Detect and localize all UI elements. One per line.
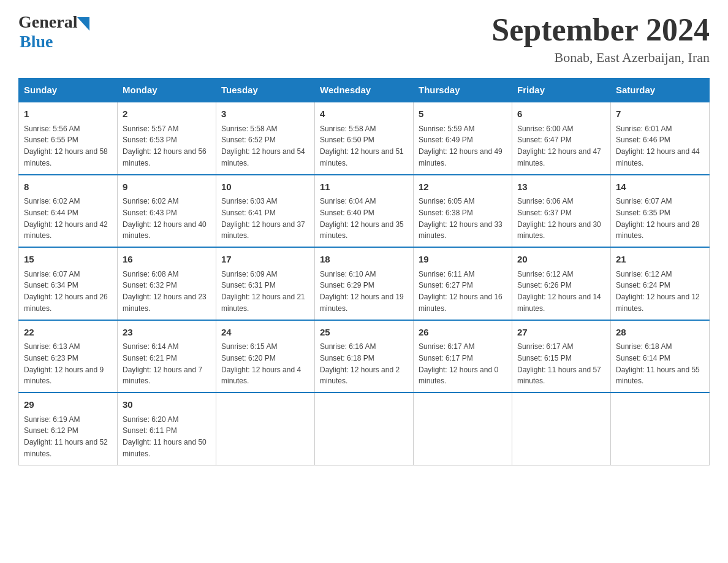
day-number: 9 bbox=[123, 180, 211, 194]
day-info: Sunrise: 6:04 AMSunset: 6:40 PMDaylight:… bbox=[320, 197, 404, 240]
day-info: Sunrise: 6:19 AMSunset: 6:12 PMDaylight:… bbox=[24, 415, 108, 458]
day-number: 24 bbox=[221, 326, 309, 340]
calendar-day-cell: 21 Sunrise: 6:12 AMSunset: 6:24 PMDaylig… bbox=[611, 247, 710, 320]
calendar-day-cell: 13 Sunrise: 6:06 AMSunset: 6:37 PMDaylig… bbox=[512, 175, 611, 248]
calendar-header-friday: Friday bbox=[512, 79, 611, 102]
day-number: 13 bbox=[517, 180, 605, 194]
day-number: 3 bbox=[221, 107, 309, 121]
calendar-day-cell: 27 Sunrise: 6:17 AMSunset: 6:15 PMDaylig… bbox=[512, 320, 611, 393]
day-info: Sunrise: 6:11 AMSunset: 6:27 PMDaylight:… bbox=[419, 270, 502, 313]
day-number: 11 bbox=[320, 180, 408, 194]
calendar-day-cell: 3 Sunrise: 5:58 AMSunset: 6:52 PMDayligh… bbox=[216, 102, 315, 175]
calendar-subtitle: Bonab, East Azerbaijan, Iran bbox=[491, 50, 710, 66]
calendar-header-row: SundayMondayTuesdayWednesdayThursdayFrid… bbox=[19, 79, 710, 102]
day-info: Sunrise: 6:02 AMSunset: 6:43 PMDaylight:… bbox=[123, 197, 207, 240]
calendar-header-tuesday: Tuesday bbox=[216, 79, 315, 102]
calendar-day-cell: 15 Sunrise: 6:07 AMSunset: 6:34 PMDaylig… bbox=[19, 247, 118, 320]
day-number: 26 bbox=[419, 326, 507, 340]
day-info: Sunrise: 6:03 AMSunset: 6:41 PMDaylight:… bbox=[221, 197, 305, 240]
day-number: 14 bbox=[616, 180, 704, 194]
calendar-day-cell bbox=[216, 393, 315, 465]
day-info: Sunrise: 6:07 AMSunset: 6:35 PMDaylight:… bbox=[616, 197, 700, 240]
calendar-day-cell: 23 Sunrise: 6:14 AMSunset: 6:21 PMDaylig… bbox=[118, 320, 216, 393]
day-info: Sunrise: 6:15 AMSunset: 6:20 PMDaylight:… bbox=[221, 342, 301, 385]
day-info: Sunrise: 5:58 AMSunset: 6:50 PMDaylight:… bbox=[320, 124, 404, 167]
day-number: 30 bbox=[123, 398, 211, 412]
day-info: Sunrise: 5:58 AMSunset: 6:52 PMDaylight:… bbox=[221, 124, 305, 167]
calendar-day-cell: 11 Sunrise: 6:04 AMSunset: 6:40 PMDaylig… bbox=[315, 175, 414, 248]
calendar-day-cell: 29 Sunrise: 6:19 AMSunset: 6:12 PMDaylig… bbox=[19, 393, 118, 465]
day-number: 2 bbox=[123, 107, 211, 121]
svg-marker-0 bbox=[77, 17, 89, 31]
logo-general-text: General bbox=[18, 12, 77, 32]
day-number: 15 bbox=[24, 253, 112, 267]
calendar-day-cell: 26 Sunrise: 6:17 AMSunset: 6:17 PMDaylig… bbox=[414, 320, 512, 393]
calendar-week-row: 8 Sunrise: 6:02 AMSunset: 6:44 PMDayligh… bbox=[19, 175, 710, 248]
calendar-day-cell bbox=[315, 393, 414, 465]
day-info: Sunrise: 6:00 AMSunset: 6:47 PMDaylight:… bbox=[517, 124, 601, 167]
day-number: 22 bbox=[24, 326, 112, 340]
day-info: Sunrise: 6:18 AMSunset: 6:14 PMDaylight:… bbox=[616, 342, 700, 385]
day-number: 19 bbox=[419, 253, 507, 267]
calendar-day-cell: 14 Sunrise: 6:07 AMSunset: 6:35 PMDaylig… bbox=[611, 175, 710, 248]
calendar-table: SundayMondayTuesdayWednesdayThursdayFrid… bbox=[18, 78, 710, 465]
day-number: 27 bbox=[517, 326, 605, 340]
calendar-title: September 2024 bbox=[491, 12, 710, 47]
day-number: 10 bbox=[221, 180, 309, 194]
calendar-day-cell: 1 Sunrise: 5:56 AMSunset: 6:55 PMDayligh… bbox=[19, 102, 118, 175]
day-info: Sunrise: 6:08 AMSunset: 6:32 PMDaylight:… bbox=[123, 270, 207, 313]
calendar-header-wednesday: Wednesday bbox=[315, 79, 414, 102]
day-info: Sunrise: 6:05 AMSunset: 6:38 PMDaylight:… bbox=[419, 197, 502, 240]
day-number: 21 bbox=[616, 253, 704, 267]
calendar-day-cell: 22 Sunrise: 6:13 AMSunset: 6:23 PMDaylig… bbox=[19, 320, 118, 393]
calendar-day-cell: 2 Sunrise: 5:57 AMSunset: 6:53 PMDayligh… bbox=[118, 102, 216, 175]
calendar-week-row: 29 Sunrise: 6:19 AMSunset: 6:12 PMDaylig… bbox=[19, 393, 710, 465]
day-info: Sunrise: 6:20 AMSunset: 6:11 PMDaylight:… bbox=[123, 415, 207, 458]
day-number: 17 bbox=[221, 253, 309, 267]
calendar-day-cell: 17 Sunrise: 6:09 AMSunset: 6:31 PMDaylig… bbox=[216, 247, 315, 320]
day-number: 1 bbox=[24, 107, 112, 121]
calendar-day-cell bbox=[414, 393, 512, 465]
calendar-day-cell: 20 Sunrise: 6:12 AMSunset: 6:26 PMDaylig… bbox=[512, 247, 611, 320]
calendar-day-cell: 10 Sunrise: 6:03 AMSunset: 6:41 PMDaylig… bbox=[216, 175, 315, 248]
logo-arrow-icon bbox=[77, 17, 89, 31]
day-info: Sunrise: 6:06 AMSunset: 6:37 PMDaylight:… bbox=[517, 197, 601, 240]
day-number: 8 bbox=[24, 180, 112, 194]
calendar-day-cell: 9 Sunrise: 6:02 AMSunset: 6:43 PMDayligh… bbox=[118, 175, 216, 248]
day-number: 12 bbox=[419, 180, 507, 194]
calendar-header-monday: Monday bbox=[118, 79, 216, 102]
page-header: General Blue September 2024 Bonab, East … bbox=[18, 12, 710, 66]
day-number: 20 bbox=[517, 253, 605, 267]
day-number: 25 bbox=[320, 326, 408, 340]
calendar-day-cell: 25 Sunrise: 6:16 AMSunset: 6:18 PMDaylig… bbox=[315, 320, 414, 393]
day-info: Sunrise: 6:17 AMSunset: 6:17 PMDaylight:… bbox=[419, 342, 498, 385]
day-number: 4 bbox=[320, 107, 408, 121]
calendar-day-cell: 6 Sunrise: 6:00 AMSunset: 6:47 PMDayligh… bbox=[512, 102, 611, 175]
calendar-day-cell: 16 Sunrise: 6:08 AMSunset: 6:32 PMDaylig… bbox=[118, 247, 216, 320]
calendar-day-cell bbox=[611, 393, 710, 465]
calendar-week-row: 15 Sunrise: 6:07 AMSunset: 6:34 PMDaylig… bbox=[19, 247, 710, 320]
day-info: Sunrise: 5:57 AMSunset: 6:53 PMDaylight:… bbox=[123, 124, 207, 167]
calendar-day-cell bbox=[512, 393, 611, 465]
day-info: Sunrise: 5:59 AMSunset: 6:49 PMDaylight:… bbox=[419, 124, 502, 167]
day-info: Sunrise: 6:09 AMSunset: 6:31 PMDaylight:… bbox=[221, 270, 305, 313]
day-info: Sunrise: 6:02 AMSunset: 6:44 PMDaylight:… bbox=[24, 197, 108, 240]
day-info: Sunrise: 6:14 AMSunset: 6:21 PMDaylight:… bbox=[123, 342, 202, 385]
day-number: 6 bbox=[517, 107, 605, 121]
day-info: Sunrise: 6:12 AMSunset: 6:26 PMDaylight:… bbox=[517, 270, 601, 313]
calendar-day-cell: 5 Sunrise: 5:59 AMSunset: 6:49 PMDayligh… bbox=[414, 102, 512, 175]
calendar-day-cell: 28 Sunrise: 6:18 AMSunset: 6:14 PMDaylig… bbox=[611, 320, 710, 393]
day-info: Sunrise: 6:17 AMSunset: 6:15 PMDaylight:… bbox=[517, 342, 601, 385]
calendar-day-cell: 30 Sunrise: 6:20 AMSunset: 6:11 PMDaylig… bbox=[118, 393, 216, 465]
calendar-day-cell: 24 Sunrise: 6:15 AMSunset: 6:20 PMDaylig… bbox=[216, 320, 315, 393]
day-info: Sunrise: 6:07 AMSunset: 6:34 PMDaylight:… bbox=[24, 270, 108, 313]
logo: General Blue bbox=[18, 12, 89, 52]
logo-blue-text: Blue bbox=[20, 32, 53, 52]
calendar-header-thursday: Thursday bbox=[414, 79, 512, 102]
day-info: Sunrise: 5:56 AMSunset: 6:55 PMDaylight:… bbox=[24, 124, 108, 167]
calendar-week-row: 1 Sunrise: 5:56 AMSunset: 6:55 PMDayligh… bbox=[19, 102, 710, 175]
day-info: Sunrise: 6:13 AMSunset: 6:23 PMDaylight:… bbox=[24, 342, 104, 385]
day-number: 7 bbox=[616, 107, 704, 121]
day-info: Sunrise: 6:10 AMSunset: 6:29 PMDaylight:… bbox=[320, 270, 404, 313]
day-number: 16 bbox=[123, 253, 211, 267]
